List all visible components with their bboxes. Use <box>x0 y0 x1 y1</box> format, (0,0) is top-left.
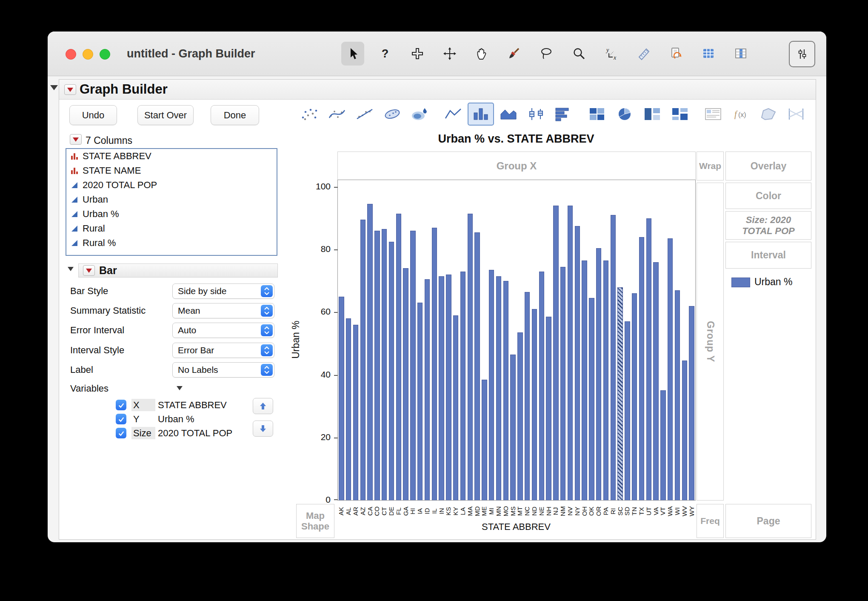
bar-UT[interactable] <box>646 218 652 500</box>
crosshair-values-tool-icon[interactable]: yx <box>600 42 623 66</box>
bar-MD[interactable] <box>474 232 480 500</box>
y-variable-checkbox[interactable] <box>116 414 126 424</box>
bar-ID[interactable] <box>425 279 430 500</box>
bar-IN[interactable] <box>439 276 444 500</box>
bar-section-disclosure-icon[interactable] <box>68 267 74 271</box>
bar-NC[interactable] <box>525 292 530 500</box>
lasso-tool-icon[interactable] <box>535 42 558 66</box>
move-down-button[interactable] <box>253 421 273 437</box>
bar-PA[interactable] <box>603 260 609 500</box>
bar-FL[interactable] <box>396 214 402 500</box>
journal-tool-icon[interactable] <box>665 42 688 66</box>
bar-NE[interactable] <box>539 272 545 500</box>
formula-icon[interactable]: f(x) <box>728 103 754 126</box>
column-item-2020-total-pop[interactable]: 2020 TOTAL POP <box>66 178 277 192</box>
bar-AL[interactable] <box>346 318 351 500</box>
preferences-icon[interactable] <box>789 41 815 67</box>
bar-RI[interactable] <box>611 215 616 500</box>
data-table-tool-icon[interactable] <box>697 42 720 66</box>
bar-AR[interactable] <box>353 325 359 500</box>
bar-OK[interactable] <box>589 298 594 500</box>
map-shape-icon[interactable] <box>755 103 782 126</box>
column-item-state-abbrev[interactable]: STATE ABBREV <box>66 149 277 163</box>
drop-zone-size[interactable]: Size: 2020 TOTAL POP <box>725 211 811 240</box>
bar-NJ[interactable] <box>553 206 559 500</box>
bar-SC[interactable] <box>617 287 623 500</box>
done-button[interactable]: Done <box>211 105 259 125</box>
drop-zone-interval[interactable]: Interval <box>725 242 811 269</box>
contour-icon[interactable] <box>407 103 433 126</box>
help-tool-icon[interactable]: ? <box>374 42 397 66</box>
bar-red-triangle-icon[interactable] <box>83 265 95 276</box>
bar-AZ[interactable] <box>360 220 366 500</box>
plot-area[interactable] <box>337 180 696 501</box>
bar-DE[interactable] <box>389 242 394 500</box>
move-up-button[interactable] <box>253 398 273 414</box>
undo-button[interactable]: Undo <box>69 105 117 125</box>
line-of-fit-icon[interactable] <box>351 103 378 126</box>
bar-MO[interactable] <box>503 281 509 500</box>
area-chart-icon[interactable] <box>495 103 522 126</box>
bar-NM[interactable] <box>560 267 566 500</box>
treemap-icon[interactable] <box>639 103 665 126</box>
magnifier-tool-icon[interactable] <box>568 42 591 66</box>
bar-VA[interactable] <box>653 262 659 500</box>
arrow-tool-icon[interactable] <box>341 42 364 66</box>
variables-disclosure-icon[interactable] <box>177 386 183 390</box>
columns-red-triangle-icon[interactable] <box>70 134 82 145</box>
summary-statistic-popup[interactable]: Mean <box>172 303 274 318</box>
x-axis-title[interactable]: STATE ABBREV <box>337 521 695 532</box>
bar-chart-icon[interactable] <box>468 103 494 126</box>
bar-KY[interactable] <box>453 315 459 500</box>
bar-IL[interactable] <box>432 228 437 500</box>
bar-AK[interactable] <box>339 297 344 500</box>
bar-WY[interactable] <box>689 306 694 500</box>
bar-HI[interactable] <box>410 231 416 500</box>
bar-WV[interactable] <box>682 361 688 500</box>
zoom-button[interactable] <box>100 49 110 60</box>
red-triangle-menu-icon[interactable] <box>64 84 76 95</box>
close-button[interactable] <box>66 49 76 60</box>
smoother-icon[interactable] <box>324 103 350 126</box>
bar-ND[interactable] <box>532 309 537 500</box>
bar-IA[interactable] <box>417 303 423 500</box>
bar-TX[interactable] <box>639 237 645 500</box>
bar-OR[interactable] <box>596 248 602 500</box>
drop-zone-overlay[interactable]: Overlay <box>725 152 811 180</box>
bar-CA[interactable] <box>367 204 373 500</box>
minimize-button[interactable] <box>83 49 93 60</box>
outline-disclosure-icon[interactable] <box>50 85 58 90</box>
line-chart-icon[interactable] <box>440 103 466 126</box>
bar-TN[interactable] <box>632 293 637 500</box>
bar-WA[interactable] <box>668 238 673 500</box>
label-popup[interactable]: No Labels <box>172 362 274 378</box>
y-axis-title[interactable]: Urban % <box>290 321 302 358</box>
bar-NV[interactable] <box>568 206 573 500</box>
grabber-hand-tool-icon[interactable] <box>471 42 494 66</box>
drop-zone-freq[interactable]: Freq <box>697 504 724 538</box>
bar-MA[interactable] <box>468 214 473 500</box>
drop-zone-map-shape[interactable]: Map Shape <box>296 504 334 538</box>
bar-MN[interactable] <box>496 276 502 500</box>
scatter-icon[interactable] <box>296 103 323 126</box>
drop-zone-color[interactable]: Color <box>725 183 811 209</box>
bar-VT[interactable] <box>660 390 666 500</box>
x-axis-labels[interactable]: AKALARAZCACOCTDEFLGAHIIAIDILINKSKYLAMAMD… <box>337 500 695 521</box>
size-variable-checkbox[interactable] <box>116 428 126 438</box>
bar-LA[interactable] <box>460 272 466 500</box>
crosshair-tool-icon[interactable] <box>406 42 429 66</box>
parallel-plot-icon[interactable] <box>783 103 809 126</box>
column-item-urban-[interactable]: Urban % <box>66 207 277 221</box>
column-item-urban[interactable]: Urban <box>66 192 277 207</box>
x-variable-checkbox[interactable] <box>116 400 126 410</box>
mosaic-icon[interactable] <box>667 103 693 126</box>
bar-CO[interactable] <box>374 231 380 500</box>
column-item-rural-[interactable]: Rural % <box>66 236 277 250</box>
legend-swatch[interactable] <box>731 278 750 287</box>
bar-SD[interactable] <box>625 321 630 500</box>
column-item-rural[interactable]: Rural <box>66 221 277 236</box>
column-item-state-name[interactable]: STATE NAME <box>66 163 277 178</box>
start-over-button[interactable]: Start Over <box>137 105 194 125</box>
size-variable-field[interactable]: 2020 TOTAL POP <box>158 427 232 439</box>
bar-MS[interactable] <box>510 355 516 500</box>
